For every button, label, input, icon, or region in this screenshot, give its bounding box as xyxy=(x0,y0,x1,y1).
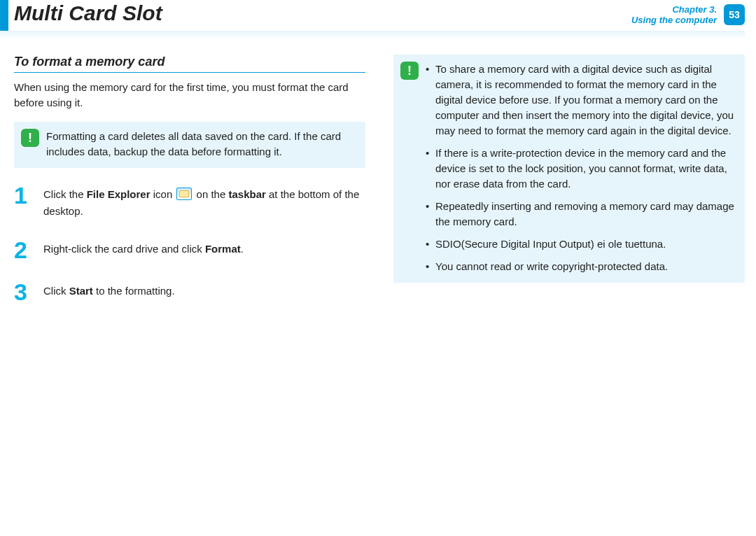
chapter-line1: Chapter 3. xyxy=(631,4,717,15)
step-1: 1 Click the File Explorer icon on the ta… xyxy=(14,183,365,220)
list-item: If there is a write-protection device in… xyxy=(426,146,735,192)
chapter-label: Chapter 3. Using the computer xyxy=(631,4,717,25)
section-intro: When using the memory card for the first… xyxy=(14,80,365,111)
page-title: Multi Card Slot xyxy=(14,1,162,25)
warning-text: Formatting a card deletes all data saved… xyxy=(46,130,341,157)
list-item: SDIO(Secure Digital Input Output) ei ole… xyxy=(426,237,735,252)
step-number: 2 xyxy=(14,238,34,262)
step-number: 1 xyxy=(14,183,34,220)
content-columns: To format a memory card When using the m… xyxy=(14,55,745,525)
page-header: Multi Card Slot Chapter 3. Using the com… xyxy=(0,0,756,42)
header-accent-bar xyxy=(0,0,8,31)
step-text: Click Start to the formatting. xyxy=(43,280,365,304)
list-item: To share a memory card with a digital de… xyxy=(426,62,735,139)
list-item: You cannot read or write copyright-prote… xyxy=(426,259,735,274)
info-list: To share a memory card with a digital de… xyxy=(426,62,735,274)
chapter-line2: Using the computer xyxy=(631,15,717,25)
page-number-badge: 53 xyxy=(724,4,745,25)
page: Multi Card Slot Chapter 3. Using the com… xyxy=(0,0,756,536)
warning-callout: ! Formatting a card deletes all data sav… xyxy=(14,122,365,168)
info-callout: ! To share a memory card with a digital … xyxy=(393,55,745,283)
section-title: To format a memory card xyxy=(14,55,365,73)
info-icon: ! xyxy=(400,62,419,80)
step-3: 3 Click Start to the formatting. xyxy=(14,280,365,304)
list-item: Repeatedly inserting and removing a memo… xyxy=(426,199,735,230)
step-text: Click the File Explorer icon on the task… xyxy=(43,183,365,220)
header-rule xyxy=(0,31,745,39)
step-text: Right-click the card drive and click For… xyxy=(43,238,365,262)
steps-list: 1 Click the File Explorer icon on the ta… xyxy=(14,183,365,304)
file-explorer-icon xyxy=(176,188,192,200)
left-column: To format a memory card When using the m… xyxy=(14,55,365,525)
right-column: ! To share a memory card with a digital … xyxy=(393,55,745,525)
step-2: 2 Right-click the card drive and click F… xyxy=(14,238,365,262)
step-number: 3 xyxy=(14,280,34,304)
warning-icon: ! xyxy=(21,129,39,147)
